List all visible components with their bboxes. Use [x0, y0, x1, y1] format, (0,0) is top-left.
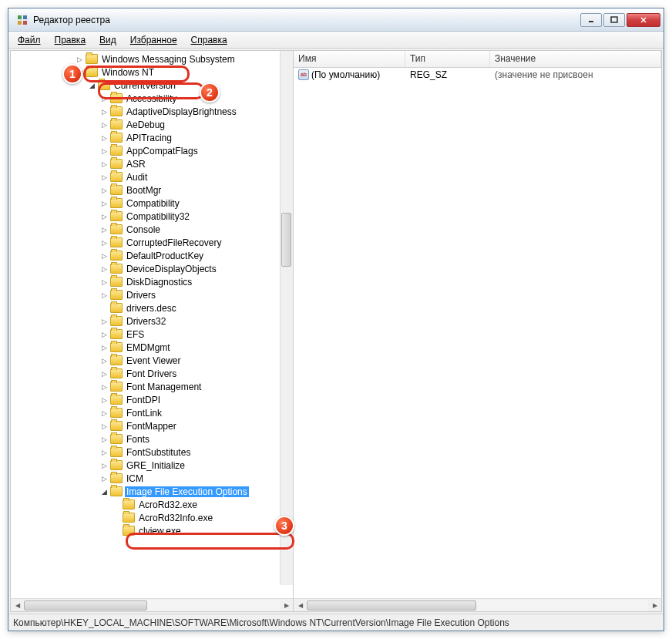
chevron-right-icon[interactable]: ▷ — [100, 212, 109, 220]
chevron-right-icon[interactable]: ▷ — [100, 317, 109, 325]
tree-node[interactable]: drivers.desc — [14, 301, 293, 314]
tree-horizontal-scrollbar[interactable]: ◀ ▶ — [11, 598, 293, 611]
tree-node-currentversion[interactable]: ◢CurrentVersion — [14, 79, 293, 92]
chevron-right-icon[interactable]: ▷ — [100, 94, 109, 103]
tree-node[interactable]: ▷AppCompatFlags — [14, 144, 293, 157]
tree-node[interactable]: ▷DefaultProductKey — [14, 249, 293, 262]
chevron-right-icon[interactable]: ▷ — [100, 238, 109, 247]
tree-node[interactable]: ▷BootMgr — [14, 183, 293, 197]
tree-node[interactable]: ▷ICM — [14, 472, 293, 485]
scroll-right-icon[interactable]: ▶ — [648, 600, 661, 611]
tree-node[interactable]: ▷EMDMgmt — [14, 341, 293, 354]
tree-node[interactable]: ▷Font Management — [14, 380, 293, 393]
value-row[interactable]: ab (По умолчанию) REG_SZ (значение не пр… — [294, 68, 661, 81]
scroll-left-icon[interactable]: ◀ — [294, 600, 307, 611]
chevron-down-icon[interactable]: ◢ — [100, 487, 109, 496]
chevron-right-icon[interactable]: ▷ — [100, 369, 109, 378]
tree-node[interactable]: ▷CorruptedFileRecovery — [14, 236, 293, 249]
chevron-right-icon[interactable]: ▷ — [100, 251, 109, 260]
tree-node[interactable]: ▷DeviceDisplayObjects — [14, 262, 293, 275]
chevron-right-icon[interactable]: ▷ — [100, 160, 109, 168]
menu-edit[interactable]: Правка — [49, 33, 92, 47]
titlebar[interactable]: Редактор реестра — [8, 8, 664, 32]
chevron-right-icon[interactable] — [113, 526, 121, 535]
chevron-right-icon[interactable]: ▷ — [100, 199, 109, 207]
close-button[interactable] — [627, 13, 660, 27]
chevron-right-icon[interactable]: ▷ — [100, 448, 109, 456]
chevron-right-icon[interactable]: ▷ — [100, 356, 109, 365]
chevron-right-icon[interactable]: ▷ — [100, 186, 109, 194]
chevron-right-icon[interactable]: ▷ — [100, 146, 109, 155]
chevron-right-icon[interactable]: ▷ — [100, 435, 109, 443]
chevron-right-icon[interactable]: ▷ — [100, 133, 109, 142]
scroll-right-icon[interactable]: ▶ — [280, 600, 293, 611]
tree-node-messaging[interactable]: ▷Windows Messaging Subsystem — [14, 52, 293, 66]
tree-node[interactable]: ▷AdaptiveDisplayBrightness — [14, 105, 293, 118]
chevron-right-icon[interactable]: ▷ — [100, 330, 109, 338]
tree-node[interactable]: clview.exe — [14, 524, 293, 537]
folder-icon — [110, 421, 123, 431]
tree-node[interactable]: ▷EFS — [14, 328, 293, 341]
tree-node[interactable]: ▷FontLink — [14, 406, 293, 419]
menu-file[interactable]: Файл — [12, 33, 47, 47]
chevron-right-icon[interactable]: ▷ — [100, 422, 109, 430]
tree-node[interactable]: ▷AeDebug — [14, 118, 293, 131]
chevron-right-icon[interactable]: ▷ — [100, 120, 109, 129]
tree-node[interactable]: ▷Font Drivers — [14, 367, 293, 380]
tree-node[interactable]: ▷Drivers — [14, 288, 293, 301]
maximize-button[interactable] — [603, 13, 625, 27]
chevron-right-icon[interactable]: ▷ — [100, 409, 109, 417]
folder-icon — [110, 159, 123, 169]
chevron-right-icon[interactable] — [100, 304, 109, 312]
tree-node-label: Fonts — [125, 434, 151, 445]
column-value[interactable]: Значение — [490, 51, 661, 67]
chevron-right-icon[interactable]: ▷ — [100, 382, 109, 391]
chevron-right-icon[interactable]: ▷ — [100, 343, 109, 351]
menu-help[interactable]: Справка — [185, 33, 234, 47]
tree-node[interactable]: ▷Audit — [14, 170, 293, 183]
tree-node-label: ICM — [125, 473, 145, 484]
chevron-right-icon[interactable]: ▷ — [100, 474, 109, 483]
window-title: Редактор реестра — [33, 15, 580, 25]
chevron-right-icon[interactable]: ▷ — [100, 173, 109, 181]
tree-node-image-file-execution-options[interactable]: ◢Image File Execution Options — [14, 485, 293, 498]
tree-vertical-scrollbar[interactable] — [280, 51, 293, 585]
scroll-left-icon[interactable]: ◀ — [11, 600, 24, 611]
chevron-right-icon[interactable]: ▷ — [100, 291, 109, 299]
tree-node[interactable]: ▷Compatibility — [14, 197, 293, 210]
chevron-right-icon[interactable]: ▷ — [100, 225, 109, 234]
tree-node[interactable]: ▷Drivers32 — [14, 314, 293, 328]
tree-node[interactable]: ▷ASR — [14, 157, 293, 170]
minimize-button[interactable] — [580, 13, 602, 27]
tree-node[interactable]: AcroRd32.exe — [14, 498, 293, 511]
list-body[interactable]: ab (По умолчанию) REG_SZ (значение не пр… — [294, 68, 661, 598]
list-horizontal-scrollbar[interactable]: ◀ ▶ — [294, 598, 661, 611]
chevron-down-icon[interactable]: ◢ — [88, 81, 96, 89]
chevron-right-icon[interactable] — [113, 513, 121, 522]
tree-node[interactable]: ▷APITracing — [14, 131, 293, 144]
tree-node[interactable]: ▷Compatibility32 — [14, 210, 293, 223]
column-name[interactable]: Имя — [294, 51, 405, 67]
tree-node[interactable]: ▷GRE_Initialize — [14, 459, 293, 472]
tree-node[interactable]: ▷DiskDiagnostics — [14, 275, 293, 288]
chevron-right-icon[interactable]: ▷ — [100, 277, 109, 286]
chevron-right-icon[interactable]: ▷ — [100, 461, 109, 469]
tree-node-windows-nt[interactable]: ◢Windows NT — [14, 66, 293, 79]
tree-node[interactable]: ▷FontMapper — [14, 419, 293, 432]
column-type[interactable]: Тип — [405, 51, 490, 67]
chevron-right-icon[interactable]: ▷ — [100, 395, 109, 404]
chevron-right-icon[interactable]: ▷ — [100, 264, 109, 273]
tree-node[interactable]: ▷Console — [14, 223, 293, 236]
chevron-right-icon[interactable]: ▷ — [76, 55, 84, 63]
tree-node[interactable]: ▷FontDPI — [14, 393, 293, 406]
chevron-right-icon[interactable] — [113, 500, 121, 509]
tree-node[interactable]: AcroRd32Info.exe — [14, 511, 293, 524]
menu-favorites[interactable]: Избранное — [124, 33, 183, 47]
chevron-right-icon[interactable]: ▷ — [100, 107, 109, 116]
tree-node[interactable]: ▷FontSubstitutes — [14, 446, 293, 459]
tree-node[interactable]: ▷Accessibility — [14, 92, 293, 105]
tree-scroll[interactable]: ▷Windows Messaging Subsystem◢Windows NT◢… — [11, 51, 293, 598]
tree-node[interactable]: ▷Fonts — [14, 432, 293, 446]
menu-view[interactable]: Вид — [93, 33, 123, 47]
tree-node[interactable]: ▷Event Viewer — [14, 354, 293, 367]
